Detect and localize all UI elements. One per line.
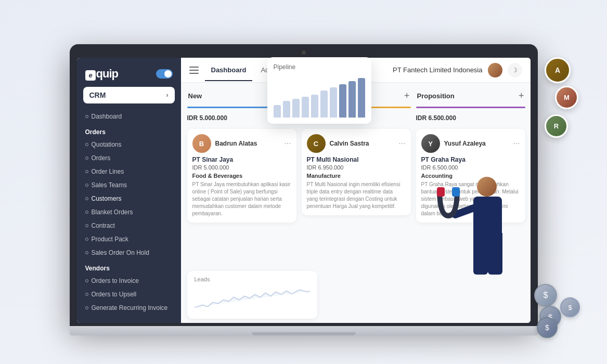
nav-dot-icon bbox=[85, 197, 88, 200]
magnet-person-deco bbox=[451, 177, 545, 322]
card-dots-badrun[interactable]: ··· bbox=[284, 139, 291, 148]
pipeline-title: Pipeline bbox=[274, 63, 365, 71]
toggle-button[interactable] bbox=[156, 69, 173, 79]
nav-dot-icon bbox=[85, 115, 88, 118]
float-avatar-3: R bbox=[545, 114, 568, 138]
sidebar-item-contract[interactable]: Contract bbox=[77, 219, 181, 232]
pipeline-popup: Pipeline bbox=[267, 57, 371, 124]
sidebar-item-blanket-orders[interactable]: Blanket Orders bbox=[77, 205, 181, 219]
col-add-proposition[interactable]: + bbox=[519, 91, 524, 100]
user-avatar[interactable] bbox=[488, 63, 502, 77]
leads-card: Leads bbox=[187, 271, 317, 319]
card-name-calvin: Calvin Sastra bbox=[330, 140, 395, 147]
company-name: PT Fantech Limited Indonesia bbox=[393, 66, 482, 74]
nav-dot-icon bbox=[85, 238, 88, 241]
nav-dot-icon bbox=[85, 184, 88, 187]
sidebar-item-customers[interactable]: Customers bbox=[77, 192, 181, 205]
person-head bbox=[477, 177, 497, 197]
sidebar-logo: e quip bbox=[77, 58, 181, 87]
svg-rect-1 bbox=[452, 187, 460, 197]
sidebar-item-orders-to-invoice[interactable]: Orders to Invoice bbox=[77, 274, 181, 288]
nav-dot-icon bbox=[85, 143, 88, 146]
sidebar-item-orders-to-upsell[interactable]: Orders to Upsell bbox=[77, 288, 181, 301]
nav-dot-icon bbox=[85, 224, 88, 227]
card-company-calvin: PT Multi Nasional bbox=[307, 156, 406, 163]
app-logo: e quip bbox=[85, 67, 118, 81]
nav-dot-icon bbox=[85, 157, 88, 160]
sidebar-item-sales-teams[interactable]: Sales Teams bbox=[77, 178, 181, 192]
col-header-proposition: Proposition + bbox=[416, 89, 525, 102]
sidebar-item-sales-order-hold[interactable]: Sales Order On Hold bbox=[77, 246, 181, 259]
nav-dot-icon bbox=[85, 293, 88, 296]
nav-dot-icon bbox=[85, 170, 88, 173]
card-amount-yusuf: IDR 6.500.000 bbox=[421, 164, 520, 171]
kanban-card-calvin[interactable]: C Calvin Sastra ··· PT Multi Nasional ID… bbox=[302, 129, 411, 215]
card-header-calvin: C Calvin Sastra ··· bbox=[307, 134, 406, 153]
nav-dot-icon bbox=[85, 306, 88, 309]
nav-dot-icon bbox=[85, 251, 88, 254]
person-leg-right bbox=[488, 233, 502, 275]
laptop-camera bbox=[302, 50, 306, 55]
card-header-yusuf: Y Yusuf Azaleya ··· bbox=[421, 134, 520, 153]
avatar-badrun: B bbox=[192, 134, 211, 153]
card-desc-badrun: PT Sinar Jaya membutuhkan aplikasi kasir… bbox=[192, 181, 291, 217]
card-company-yusuf: PT Graha Raya bbox=[421, 156, 520, 163]
chevron-right-icon: › bbox=[166, 92, 169, 99]
card-dots-yusuf[interactable]: ··· bbox=[513, 139, 520, 148]
crm-module-button[interactable]: CRM › bbox=[83, 87, 175, 103]
sidebar-item-quotations[interactable]: Quotations bbox=[77, 138, 181, 151]
card-name-yusuf: Yusuf Azaleya bbox=[444, 140, 509, 147]
sidebar-item-order-lines[interactable]: Order Lines bbox=[77, 165, 181, 178]
col-title-proposition: Proposition bbox=[417, 92, 455, 100]
card-category-calvin: Manufacture bbox=[307, 173, 406, 179]
card-header-badrun: B Badrun Alatas ··· bbox=[192, 134, 291, 153]
col-divider-proposition bbox=[416, 107, 525, 108]
card-name-badrun: Badrun Alatas bbox=[215, 140, 280, 147]
theme-toggle-icon[interactable]: ☽ bbox=[508, 63, 522, 77]
nav-dot-icon bbox=[85, 279, 88, 282]
card-amount-calvin: IDR 6.950.000 bbox=[307, 164, 406, 171]
card-company-badrun: PT Sinar Jaya bbox=[192, 156, 291, 163]
sidebar-item-product-pack[interactable]: Product Pack bbox=[77, 232, 181, 246]
card-dots-calvin[interactable]: ··· bbox=[398, 139, 405, 148]
sidebar: e quip CRM › Dashboard Orders bbox=[77, 58, 181, 323]
col-amount-proposition: IDR 6.500.000 bbox=[416, 113, 525, 125]
hamburger-icon[interactable] bbox=[189, 67, 199, 74]
card-category-badrun: Food & Beverages bbox=[192, 173, 291, 179]
card-amount-badrun: IDR 5.000.000 bbox=[192, 164, 291, 171]
float-avatar-2: M bbox=[555, 86, 578, 109]
person-torso bbox=[473, 197, 502, 233]
nav-section-vendors: Vendors bbox=[77, 259, 181, 274]
col-title-new: New bbox=[188, 92, 202, 100]
nav-dot-icon bbox=[85, 211, 88, 214]
svg-rect-0 bbox=[437, 187, 445, 197]
tab-dashboard[interactable]: Dashboard bbox=[205, 59, 253, 81]
laptop-base bbox=[70, 326, 538, 335]
card-desc-calvin: PT Multi Nasional ingin memiliki efisien… bbox=[307, 181, 406, 210]
sidebar-item-dashboard[interactable]: Dashboard bbox=[77, 110, 181, 123]
topbar-right: PT Fantech Limited Indonesia ☽ bbox=[393, 63, 522, 77]
leads-chart bbox=[195, 285, 310, 311]
sidebar-item-generate-recurring[interactable]: Generate Recurring Invoice bbox=[77, 301, 181, 315]
coin-4: $ bbox=[560, 297, 580, 317]
magnet-shape bbox=[435, 187, 467, 226]
col-add-qualified[interactable]: + bbox=[404, 91, 410, 100]
sidebar-item-orders[interactable]: Orders bbox=[77, 151, 181, 165]
float-avatar-1: A bbox=[545, 57, 571, 83]
leads-title: Leads bbox=[195, 276, 310, 282]
avatar-calvin: C bbox=[307, 134, 326, 153]
kanban-card-badrun[interactable]: B Badrun Alatas ··· PT Sinar Jaya IDR 5.… bbox=[187, 129, 296, 223]
pipeline-chart bbox=[274, 76, 365, 118]
nav-section-orders: Orders bbox=[77, 123, 181, 138]
person-leg-left bbox=[473, 233, 488, 275]
avatar-yusuf: Y bbox=[421, 134, 440, 153]
